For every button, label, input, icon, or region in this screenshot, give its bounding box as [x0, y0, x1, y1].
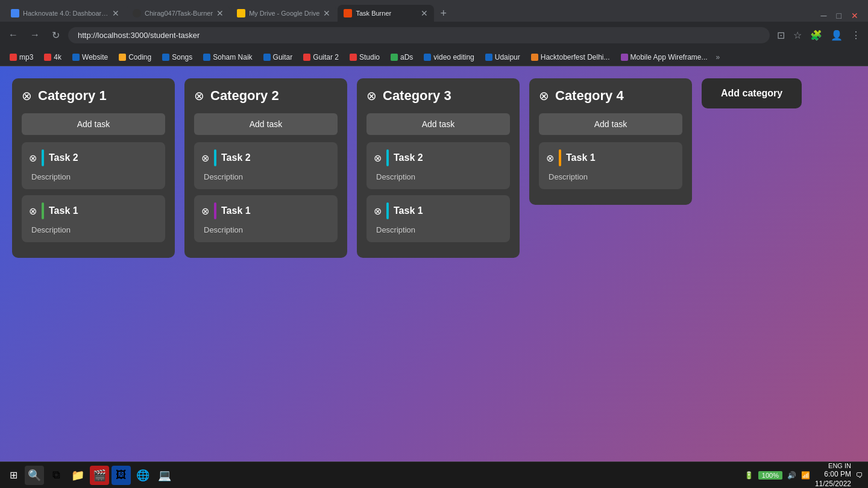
bookmark-videoediting[interactable]: video editing [419, 52, 479, 63]
tab-title-4: Task Burner [356, 10, 417, 17]
back-button[interactable]: ← [5, 27, 22, 43]
tab-close-2[interactable]: ✕ [216, 8, 224, 18]
tab-taskburner[interactable]: Task Burner ✕ [338, 5, 434, 22]
task-cat3-task1-header: ⊗ Task 1 [374, 202, 503, 219]
task-cat2-task2-title: Task 2 [221, 152, 251, 163]
task-cat1-task1-description: Description [29, 225, 71, 234]
taskbar-pp-icon[interactable]: 🎬 [90, 466, 109, 485]
tab-github[interactable]: Chirag047/Task-Burner ✕ [127, 5, 230, 22]
bookmark-website[interactable]: Website [68, 52, 113, 63]
category-4-add-task-button[interactable]: Add task [539, 113, 682, 135]
bookmark-guitar2[interactable]: Guitar 2 [298, 52, 344, 63]
bookmark-hacktoberfest[interactable]: Hacktoberfest Delhi... [526, 52, 615, 63]
bookmark-star-icon[interactable]: ☆ [791, 27, 804, 43]
taskbar-right-area: 🔋 100% 🔊 📶 ENG IN 6:00 PM 11/25/2022 🗨 [744, 461, 863, 488]
minimize-button[interactable]: ─ [816, 10, 832, 22]
category-1-add-task-button[interactable]: Add task [22, 113, 165, 135]
address-bar-row: ← → ↻ ⊡ ☆ 🧩 👤 ⋮ [0, 22, 868, 48]
task-card-cat3-task2: ⊗ Task 2 Description [366, 142, 510, 189]
task-cat4-task1-description: Description [546, 172, 588, 181]
taskbar-vscode-icon[interactable]: 💻 [155, 466, 174, 485]
task-cat1-task2-close-icon[interactable]: ⊗ [29, 152, 37, 164]
more-bookmarks[interactable]: » [714, 52, 723, 63]
cast-icon[interactable]: ⊡ [775, 27, 787, 43]
taskbar-time: 6:00 PM [815, 470, 851, 480]
bookmark-ads[interactable]: aDs [386, 52, 418, 63]
task-cat1-task2-title: Task 2 [49, 152, 78, 163]
bookmark-label-coding: Coding [128, 53, 151, 61]
bookmark-coding[interactable]: Coding [114, 52, 156, 63]
bookmark-soham[interactable]: Soham Naik [198, 52, 257, 63]
bookmark-label-hacktoberfest: Hacktoberfest Delhi... [541, 53, 610, 61]
category-2-close-icon[interactable]: ⊗ [194, 89, 204, 103]
category-1-header: ⊗ Category 1 [22, 88, 165, 104]
category-card-1: ⊗ Category 1 Add task ⊗ Task 2 Descripti… [12, 78, 175, 258]
category-2-add-task-button[interactable]: Add task [194, 113, 338, 135]
task-card-cat3-task1: ⊗ Task 1 Description [366, 195, 510, 242]
close-button[interactable]: ✕ [846, 10, 863, 22]
tab-close-4[interactable]: ✕ [421, 8, 428, 18]
task-cat3-task1-close-icon[interactable]: ⊗ [374, 205, 382, 217]
task-cat3-task2-close-icon[interactable]: ⊗ [374, 152, 382, 164]
task-cat2-task2-close-icon[interactable]: ⊗ [201, 152, 209, 164]
category-2-header: ⊗ Category 2 [194, 88, 338, 104]
maximize-button[interactable]: □ [832, 10, 846, 22]
bookmark-songs[interactable]: Songs [157, 52, 197, 63]
taskbar-notification-icon[interactable]: 🗨 [856, 471, 863, 480]
task-cat3-task2-description: Description [374, 172, 415, 181]
task-cat1-task2-description: Description [29, 172, 71, 181]
bookmark-mobileapp[interactable]: Mobile App Wireframe... [616, 52, 712, 63]
forward-button[interactable]: → [27, 27, 43, 43]
tab-drive[interactable]: My Drive - Google Drive ✕ [231, 5, 336, 22]
taskbar-volume-icon[interactable]: 🔊 [787, 471, 796, 480]
windows-taskbar: ⊞ 🔍 ⧉ 📁 🎬 🖼 🌐 💻 🔋 100% 🔊 📶 ENG IN 6:00 P… [0, 461, 868, 488]
taskbar-taskview-icon[interactable]: ⧉ [46, 466, 66, 485]
category-card-3: ⊗ Category 3 Add task ⊗ Task 2 Descripti… [357, 78, 520, 258]
bookmark-label-4k: 4k [54, 53, 61, 61]
taskbar-ps-icon[interactable]: 🖼 [112, 466, 131, 485]
tab-hacknovate[interactable]: Hacknovate 4.0: Dashboard | De... ✕ [5, 5, 125, 22]
extension-icon[interactable]: 🧩 [808, 27, 825, 43]
tab-close-1[interactable]: ✕ [112, 8, 119, 18]
reload-button[interactable]: ↻ [48, 27, 63, 43]
tab-favicon-4 [344, 9, 352, 17]
task-cat1-task1-close-icon[interactable]: ⊗ [29, 205, 37, 217]
category-1-title: Category 1 [38, 88, 107, 104]
bookmark-studio[interactable]: Studio [345, 52, 385, 63]
category-2-title: Category 2 [210, 88, 279, 104]
profile-icon[interactable]: 👤 [828, 27, 845, 43]
task-cat4-task1-close-icon[interactable]: ⊗ [546, 152, 554, 164]
new-tab-button[interactable]: + [435, 7, 451, 20]
task-card-cat1-task2: ⊗ Task 2 Description [22, 142, 165, 189]
task-cat3-task2-title: Task 2 [394, 152, 423, 163]
task-cat2-task1-close-icon[interactable]: ⊗ [201, 205, 209, 217]
category-1-close-icon[interactable]: ⊗ [22, 89, 32, 103]
bookmark-guitar[interactable]: Guitar [259, 52, 298, 63]
add-category-button[interactable]: Add category [702, 78, 802, 108]
tab-close-3[interactable]: ✕ [323, 8, 330, 18]
tab-favicon-1 [11, 9, 19, 17]
taskbar-wifi-icon[interactable]: 📶 [801, 471, 810, 480]
task-card-cat1-task1: ⊗ Task 1 Description [22, 195, 165, 242]
bookmark-udaipur[interactable]: Udaipur [480, 52, 525, 63]
taskbar-explorer-icon[interactable]: 📁 [68, 466, 87, 485]
taskbar-search-icon[interactable]: 🔍 [25, 466, 44, 485]
taskbar-language: ENG IN [815, 461, 851, 470]
category-4-title: Category 4 [555, 88, 624, 104]
start-button[interactable]: ⊞ [5, 467, 22, 483]
category-3-close-icon[interactable]: ⊗ [366, 89, 377, 103]
bookmark-mp3[interactable]: mp3 [5, 52, 38, 63]
task-cat1-task2-bar [42, 149, 44, 166]
bookmark-label-guitar: Guitar [273, 53, 293, 61]
browser-chrome: Hacknovate 4.0: Dashboard | De... ✕ Chir… [0, 0, 868, 66]
tab-favicon-3 [237, 9, 245, 17]
taskbar-chrome-icon[interactable]: 🌐 [133, 466, 153, 485]
bookmark-4k[interactable]: 4k [39, 52, 66, 63]
task-cat1-task2-header: ⊗ Task 2 [29, 149, 158, 166]
category-4-close-icon[interactable]: ⊗ [539, 89, 549, 103]
category-3-title: Category 3 [383, 88, 451, 104]
category-3-add-task-button[interactable]: Add task [366, 113, 510, 135]
menu-icon[interactable]: ⋮ [849, 27, 863, 43]
bookmark-label-studio: Studio [359, 53, 380, 61]
address-input[interactable] [68, 27, 770, 43]
